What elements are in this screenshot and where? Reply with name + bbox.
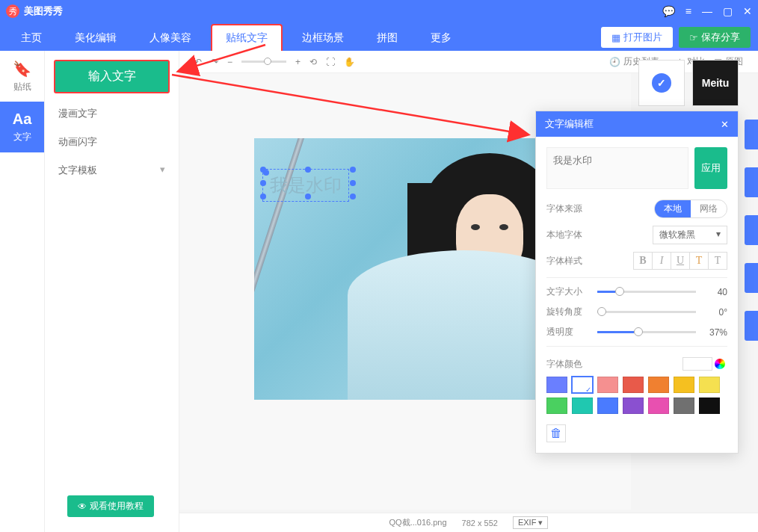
text-editor-popup: 文字编辑框 ✕ 应用 字体来源 本地 网络 本地字体 微软雅黑 ▾ 字体样式 B <box>535 111 739 454</box>
image-icon: ▦ <box>611 32 620 43</box>
color-swatch[interactable] <box>674 377 694 393</box>
app-title: 美图秀秀 <box>24 4 662 18</box>
text-icon: Aa <box>13 111 32 128</box>
redo-icon[interactable]: ↷ <box>211 57 218 67</box>
chevron-down-icon: ▾ <box>716 229 721 241</box>
close-icon[interactable]: ✕ <box>743 5 752 17</box>
status-dimensions: 782 x 552 <box>462 519 498 528</box>
apply-button[interactable]: 应用 <box>694 147 727 189</box>
dropdown-menu-icon[interactable]: ≡ <box>685 5 691 17</box>
text-size-label: 文字大小 <box>546 285 591 298</box>
delete-button[interactable]: 🗑 <box>546 424 566 442</box>
popup-close-icon[interactable]: ✕ <box>721 119 729 130</box>
italic-button[interactable]: I <box>652 252 671 270</box>
color-swatch[interactable] <box>597 377 618 393</box>
text-size-value: 40 <box>702 287 727 297</box>
bold-button[interactable]: B <box>633 252 653 270</box>
nav-tab-portrait[interactable]: 人像美容 <box>136 25 205 51</box>
nav-tab-border[interactable]: 边框场景 <box>289 25 357 51</box>
color-swatch[interactable] <box>546 377 567 393</box>
font-style-label: 字体样式 <box>546 255 591 267</box>
color-swatch[interactable] <box>572 398 593 414</box>
save-share-button[interactable]: ☞ 保存分享 <box>679 27 751 48</box>
source-net-option[interactable]: 网络 <box>691 200 727 217</box>
nav-tab-home[interactable]: 主页 <box>7 25 55 51</box>
color-preview[interactable] <box>682 357 712 371</box>
bookmark-icon: 🔖 <box>13 60 31 78</box>
color-swatch[interactable] <box>572 377 593 393</box>
nav-tab-sticker-text[interactable]: 贴纸文字 <box>211 24 283 51</box>
color-swatch[interactable] <box>623 398 644 414</box>
text-size-slider[interactable] <box>597 291 696 293</box>
text-style-button-2[interactable]: T <box>708 252 727 270</box>
popup-header[interactable]: 文字编辑框 ✕ <box>536 111 738 137</box>
font-color-label: 字体颜色 <box>546 358 582 371</box>
font-family-select[interactable]: 微软雅黑 ▾ <box>653 226 727 244</box>
thumb-style-2[interactable]: Meitu <box>692 60 739 106</box>
hand-icon[interactable]: ✋ <box>344 57 355 67</box>
font-source-label: 字体来源 <box>546 202 591 215</box>
rotate-icon[interactable]: ⟲ <box>309 57 317 67</box>
peek-item[interactable] <box>745 120 758 149</box>
side-item-anim-text[interactable]: 动画闪字 <box>54 128 170 156</box>
color-swatch[interactable] <box>623 377 644 393</box>
status-filename: QQ截...016.png <box>389 517 447 528</box>
color-swatches <box>546 377 727 414</box>
export-icon: ☞ <box>689 32 698 43</box>
local-font-label: 本地字体 <box>546 229 591 241</box>
text-content-input[interactable] <box>546 147 688 189</box>
peek-item[interactable] <box>745 263 758 293</box>
source-local-option[interactable]: 本地 <box>655 200 691 217</box>
maximize-icon[interactable]: ▢ <box>723 5 733 17</box>
vtab-text-label: 文字 <box>13 131 31 143</box>
color-swatch[interactable] <box>546 398 567 414</box>
undo-icon[interactable]: ↶ <box>194 57 202 67</box>
rotation-label: 旋转角度 <box>546 306 591 318</box>
input-text-button[interactable]: 输入文字 <box>54 60 170 93</box>
exif-button[interactable]: EXIF ▾ <box>513 516 549 529</box>
text-style-button-1[interactable]: T <box>689 252 709 270</box>
color-swatch[interactable] <box>699 377 720 393</box>
zoom-out-icon[interactable]: − <box>227 57 232 67</box>
save-share-label: 保存分享 <box>701 31 740 44</box>
nav-tab-beautify[interactable]: 美化编辑 <box>61 25 130 51</box>
color-swatch[interactable] <box>674 398 694 414</box>
check-icon: ✓ <box>652 73 671 93</box>
chat-icon[interactable]: 💬 <box>662 5 675 17</box>
app-logo-icon: 秀 <box>6 4 19 18</box>
rotation-slider[interactable] <box>597 311 696 313</box>
zoom-slider[interactable] <box>241 61 286 63</box>
color-swatch[interactable] <box>648 377 669 393</box>
watermark-text-box[interactable]: 我是水印 <box>265 172 346 199</box>
open-image-button[interactable]: ▦ 打开图片 <box>601 27 673 48</box>
eye-icon: 👁 <box>78 501 87 512</box>
underline-button[interactable]: U <box>671 252 690 270</box>
peek-item[interactable] <box>745 215 758 245</box>
vtab-sticker-label: 贴纸 <box>13 81 31 93</box>
image-subject <box>348 153 557 400</box>
right-peek-thumbs <box>745 120 758 341</box>
peek-item[interactable] <box>745 167 758 197</box>
nav-tab-collage[interactable]: 拼图 <box>363 25 411 51</box>
open-image-label: 打开图片 <box>623 31 662 44</box>
vtab-sticker[interactable]: 🔖 贴纸 <box>0 51 44 102</box>
zoom-in-icon[interactable]: + <box>295 57 301 67</box>
fit-icon[interactable]: ⛶ <box>326 57 335 67</box>
right-thumbnails: M u ✓ Meitu <box>638 60 751 106</box>
vtab-text[interactable]: Aa 文字 <box>0 102 44 152</box>
tutorial-button[interactable]: 👁 观看使用教程 <box>67 495 154 517</box>
nav-tab-more[interactable]: 更多 <box>417 25 465 51</box>
thumb-style-1[interactable]: M u ✓ <box>638 60 685 106</box>
watermark-text: 我是水印 <box>270 175 342 195</box>
side-item-comic-text[interactable]: 漫画文字 <box>54 99 170 128</box>
canvas-image[interactable]: 我是水印 <box>254 138 557 400</box>
peek-item[interactable] <box>745 311 758 341</box>
font-source-segment: 本地 网络 <box>654 200 727 218</box>
color-swatch[interactable] <box>648 398 669 414</box>
color-swatch[interactable] <box>699 398 720 414</box>
side-item-template[interactable]: 文字模板 <box>54 156 170 185</box>
color-swatch[interactable] <box>597 398 618 414</box>
vertical-tabs: 🔖 贴纸 Aa 文字 <box>0 51 45 532</box>
opacity-slider[interactable] <box>597 331 696 333</box>
minimize-icon[interactable]: — <box>702 5 712 17</box>
